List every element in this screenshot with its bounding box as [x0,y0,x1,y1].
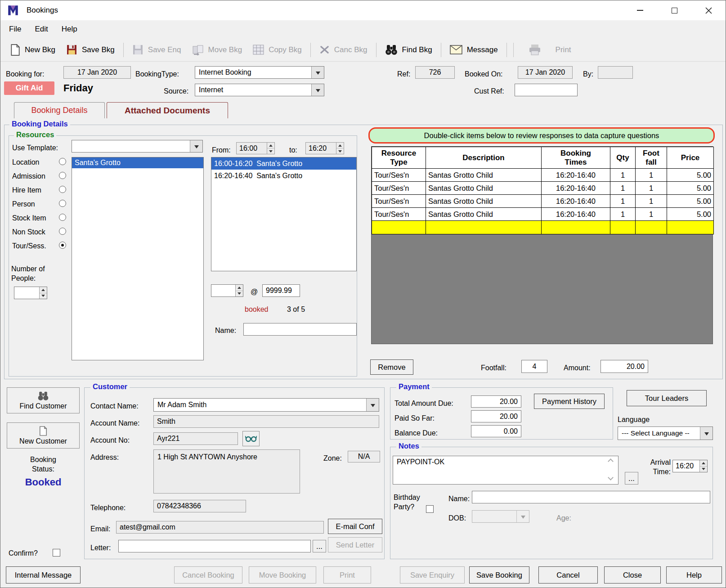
cell-qty[interactable]: 1 [610,182,636,195]
language-select[interactable]: --- Select Language -- [618,426,713,440]
resource-list-item[interactable]: Santa's Grotto [72,157,203,168]
new-entry-cell[interactable] [372,221,426,234]
new-entry-cell[interactable] [610,221,636,234]
number-of-people-stepper[interactable] [14,287,47,299]
cell-qty[interactable]: 1 [610,208,636,221]
cell-booking-times[interactable]: 16:20-16:40 [542,208,610,221]
new-entry-cell[interactable] [426,221,542,234]
notes-browse-button[interactable]: ... [625,472,638,485]
tour-leaders-button[interactable]: Tour Leaders [627,390,707,406]
cell-booking-times[interactable]: 16:20-16:40 [542,195,610,208]
cell-description[interactable]: Santas Grotto Child [426,182,542,195]
cell-booking-times[interactable]: 16:20-16:40 [542,169,610,182]
letter-browse-button[interactable]: ... [313,540,326,552]
arrival-spin-down-button[interactable] [700,467,707,472]
menu-help[interactable]: Help [55,25,84,34]
menu-file[interactable]: File [2,25,28,34]
account-lookup-button[interactable] [242,431,260,446]
paid-so-far-field[interactable]: 20.00 [471,410,521,422]
cell-resource-type[interactable]: Tour/Ses'n [372,208,426,221]
find-booking-button[interactable]: Find Bkg [380,42,438,58]
menu-edit[interactable]: Edit [28,25,54,34]
use-template-dropdown-button[interactable] [190,140,202,152]
cell-footfall[interactable]: 1 [636,182,667,195]
cell-price[interactable]: 5.00 [667,169,714,182]
from-spin-down-button[interactable] [267,148,274,154]
minimize-button[interactable] [623,0,657,20]
cust-ref-field[interactable] [515,84,578,96]
letter-field[interactable] [118,540,311,552]
quantity-spin-down-button[interactable] [236,291,243,297]
booking-type-dropdown-button[interactable] [311,67,324,78]
use-template-select[interactable] [72,140,203,153]
radio-admission[interactable] [59,172,66,179]
table-row[interactable]: Tour/Ses'n Santas Grotto Child 16:20-16:… [372,169,714,182]
close-button[interactable] [691,0,726,20]
find-customer-button[interactable]: Find Customer [7,387,80,413]
people-spin-up-button[interactable] [40,287,47,293]
balance-due-field[interactable]: 0.00 [471,425,521,437]
save-booking-button[interactable]: Save Booking [469,566,529,584]
cell-description[interactable]: Santas Grotto Child [426,195,542,208]
max-price-field[interactable]: 9999.99 [262,284,300,297]
confirm-checkbox[interactable] [53,549,60,557]
footfall-field[interactable]: 4 [521,360,547,373]
session-list-item[interactable]: 16:20-16:40 Santa's Grotto [211,170,356,182]
radio-stock-item[interactable] [59,214,66,221]
help-button[interactable]: Help [666,566,722,584]
radio-tour-sess[interactable] [59,242,66,249]
cell-price[interactable]: 5.00 [667,195,714,208]
notes-textarea[interactable]: PAYPOINT-OK [393,456,618,485]
close-form-button[interactable]: Close [604,566,661,584]
session-list-item[interactable]: 16:00-16:20 Santa's Grotto [211,157,356,170]
cell-qty[interactable]: 1 [610,195,636,208]
to-spin-down-button[interactable] [336,148,344,154]
new-entry-cell[interactable] [636,221,667,234]
source-dropdown-button[interactable] [311,84,324,96]
radio-person[interactable] [59,200,66,207]
contact-name-dropdown-button[interactable] [366,399,379,411]
new-customer-button[interactable]: New Customer [7,422,80,449]
new-booking-button[interactable]: New Bkg [5,42,61,58]
language-dropdown-button[interactable] [700,427,713,440]
radio-hire-item[interactable] [59,186,66,193]
cell-resource-type[interactable]: Tour/Ses'n [372,169,426,182]
resource-name-field[interactable] [243,323,357,336]
maximize-button[interactable] [657,0,691,20]
gift-aid-button[interactable]: Gift Aid [4,81,54,95]
quantity-stepper[interactable] [211,284,243,297]
radio-non-stock[interactable] [59,228,66,235]
new-entry-cell[interactable] [667,221,714,234]
source-select[interactable]: Internet [195,84,324,96]
from-spin-up-button[interactable] [267,143,274,148]
cancel-button[interactable]: Cancel [538,566,598,584]
cell-resource-type[interactable]: Tour/Ses'n [372,195,426,208]
from-time-stepper[interactable]: 16:00 [236,142,275,154]
table-row[interactable]: Tour/Ses'n Santas Grotto Child 16:20-16:… [372,182,714,195]
to-time-stepper[interactable]: 16:20 [305,142,344,154]
email-conf-button[interactable]: E-mail Conf [328,519,382,534]
save-booking-toolbar-button[interactable]: Save Bkg [61,42,120,58]
table-row[interactable]: Tour/Ses'n Santas Grotto Child 16:20-16:… [372,208,714,221]
cell-booking-times[interactable]: 16:20-16:40 [542,182,610,195]
internal-message-button[interactable]: Internal Message [6,566,81,584]
cell-price[interactable]: 5.00 [667,182,714,195]
cell-qty[interactable]: 1 [610,169,636,182]
birthday-party-checkbox[interactable] [426,505,434,513]
new-entry-row[interactable] [372,221,714,234]
amount-field[interactable]: 20.00 [601,360,648,373]
payment-history-button[interactable]: Payment History [534,394,605,409]
radio-location[interactable] [59,158,66,165]
birthday-name-field[interactable] [472,491,710,503]
contact-name-select[interactable]: Mr Adam Smith [153,398,379,412]
new-entry-cell[interactable] [542,221,610,234]
cell-description[interactable]: Santas Grotto Child [426,208,542,221]
cell-footfall[interactable]: 1 [636,169,667,182]
total-amount-due-field[interactable]: 20.00 [471,395,521,408]
table-row[interactable]: Tour/Ses'n Santas Grotto Child 16:20-16:… [372,195,714,208]
cell-footfall[interactable]: 1 [636,208,667,221]
tab-booking-details[interactable]: Booking Details [14,102,105,118]
to-spin-up-button[interactable] [336,143,344,148]
cell-price[interactable]: 5.00 [667,208,714,221]
arrival-spin-up-button[interactable] [700,460,707,467]
